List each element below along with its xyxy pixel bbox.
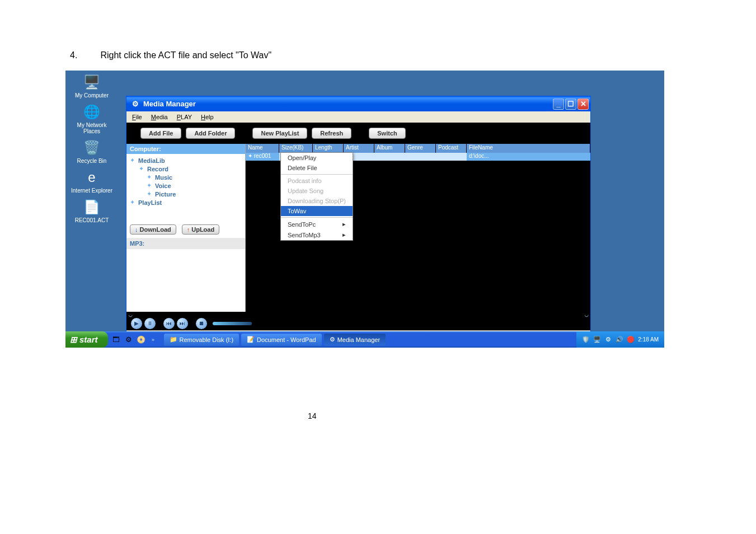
tray-icon4[interactable]: 🔊: [616, 336, 623, 344]
switch-button[interactable]: Switch: [369, 128, 405, 139]
ctx-podcast: Podcast info: [281, 176, 353, 186]
menubar: File Media PLAY Help: [126, 111, 590, 123]
new-playlist-button[interactable]: New PlayList: [252, 128, 307, 139]
right-panel: Name Size(KB) Length Artist Album Genre …: [246, 144, 590, 312]
page-number: 14: [308, 411, 317, 420]
context-menu: Open/Play Delete File Podcast info Updat…: [280, 152, 353, 241]
row-filename: d:\doc...: [467, 153, 590, 161]
ql-app1-icon[interactable]: ⚙: [124, 335, 134, 345]
my-computer-label: My Computer: [75, 92, 109, 99]
arrow-icon: ▸: [342, 231, 346, 238]
next-button[interactable]: ⏭: [177, 318, 188, 329]
player-decoration: ◟◞ ◟◞: [126, 312, 590, 316]
system-tray: 🛡️ 🖥️ ⚙ 🔊 🛑 2:18 AM: [576, 331, 664, 348]
computer-header: Computer:: [126, 144, 245, 154]
start-button[interactable]: ⊞ start: [65, 331, 108, 348]
ctx-delete[interactable]: Delete File: [281, 163, 353, 173]
menu-play[interactable]: PLAY: [173, 113, 195, 121]
my-network-label: My Network Places: [69, 122, 114, 134]
window-controls: _ ☐ ✕: [553, 99, 589, 110]
ql-more-icon[interactable]: »: [148, 335, 158, 345]
player-bar: ▶ ⏸ ⏮ ⏭ ⏹: [126, 316, 590, 330]
my-computer-icon[interactable]: 🖥️ My Computer: [69, 73, 114, 99]
rec001-label: REC001.ACT: [75, 217, 109, 223]
ctx-update: Update Song: [281, 186, 353, 196]
tray-icon3[interactable]: ⚙: [604, 336, 612, 344]
left-panel: Computer: ✦MediaLib ✦Record ✦Music ✦Voic…: [126, 144, 246, 312]
recycle-bin-icon[interactable]: 🗑️ Recycle Bin: [69, 139, 114, 164]
tree-medialib[interactable]: ✦MediaLib: [130, 156, 242, 165]
tray-icon1[interactable]: 🛡️: [582, 336, 590, 344]
col-podcast[interactable]: Podcast: [436, 144, 467, 153]
refresh-button[interactable]: Refresh: [312, 128, 351, 139]
my-network-places-icon[interactable]: 🌐 My Network Places: [69, 103, 114, 134]
taskbar-wordpad[interactable]: 📝 Document - WordPad: [241, 334, 322, 346]
tray-icon2[interactable]: 🖥️: [593, 336, 601, 344]
col-album[interactable]: Album: [374, 144, 405, 153]
tree-playlist[interactable]: ✦PlayList: [130, 198, 242, 207]
deco-right: ◟◞: [585, 312, 588, 316]
content-row: Computer: ✦MediaLib ✦Record ✦Music ✦Voic…: [126, 144, 590, 312]
ql-desktop-icon[interactable]: 🗔: [111, 335, 121, 345]
col-size[interactable]: Size(KB): [279, 144, 313, 153]
close-button[interactable]: ✕: [577, 99, 589, 110]
add-file-button[interactable]: Add File: [140, 128, 181, 139]
row-name: ✦ rec001: [246, 153, 279, 161]
window-title: Media Manager: [143, 100, 196, 108]
desktop-icons: 🖥️ My Computer 🌐 My Network Places 🗑️ Re…: [69, 73, 114, 228]
col-artist[interactable]: Artist: [344, 144, 374, 153]
computer-tree[interactable]: ✦MediaLib ✦Record ✦Music ✦Voice ✦Picture…: [126, 154, 245, 221]
recycle-bin-label: Recycle Bin: [77, 158, 107, 164]
taskbar-removable[interactable]: 📁 Removable Disk (I:): [164, 334, 240, 346]
ctx-sendtomp3[interactable]: SendToMp3▸: [281, 229, 353, 240]
upload-button[interactable]: ↑UpLoad: [182, 224, 219, 235]
tree-music[interactable]: ✦Music: [147, 173, 242, 181]
toolbar: Add File Add Folder New PlayList Refresh…: [126, 123, 590, 144]
tree-record[interactable]: ✦Record: [139, 165, 242, 173]
menu-help[interactable]: Help: [198, 113, 217, 121]
instruction-number: 4.: [70, 50, 98, 60]
ctx-sendtopc[interactable]: SendToPc▸: [281, 219, 353, 229]
stop-button[interactable]: ⏹: [196, 318, 207, 329]
maximize-button[interactable]: ☐: [565, 99, 576, 110]
menu-media[interactable]: Media: [148, 113, 171, 121]
app-icon: ⚙: [131, 100, 140, 109]
download-button[interactable]: ↓DownLoad: [130, 224, 176, 235]
tree-voice[interactable]: ✦Voice: [147, 181, 242, 190]
ie-label: Internet Explorer: [71, 188, 112, 194]
col-name[interactable]: Name: [246, 144, 279, 153]
menu-file[interactable]: File: [129, 113, 145, 121]
media-manager-window: ⚙ Media Manager _ ☐ ✕ File Media PLAY He…: [126, 96, 591, 338]
windows-logo-icon: ⊞: [70, 335, 77, 345]
mp3-tree[interactable]: [126, 249, 245, 312]
col-genre[interactable]: Genre: [405, 144, 436, 153]
col-filename[interactable]: FileName: [467, 144, 590, 153]
mp3-header: MP3:: [126, 238, 245, 249]
volume-slider[interactable]: [213, 322, 252, 325]
ie-icon[interactable]: e Internet Explorer: [69, 168, 114, 194]
ctx-towav[interactable]: ToWav: [281, 206, 353, 216]
quick-launch: 🗔 ⚙ 📀 »: [108, 335, 162, 345]
tray-icon5[interactable]: 🛑: [627, 336, 635, 344]
instruction-line: 4. Right click the ACT file and select "…: [70, 50, 271, 60]
ql-app2-icon[interactable]: 📀: [136, 335, 146, 345]
taskbar: ⊞ start 🗔 ⚙ 📀 » 📁 Removable Disk (I:) 📝 …: [65, 331, 664, 348]
minimize-button[interactable]: _: [553, 99, 564, 110]
instruction-text: Right click the ACT file and select "To …: [100, 50, 271, 60]
screenshot-area: 🖥️ My Computer 🌐 My Network Places 🗑️ Re…: [65, 71, 664, 348]
titlebar[interactable]: ⚙ Media Manager _ ☐ ✕: [126, 96, 590, 111]
play-button[interactable]: ▶: [131, 318, 142, 329]
ctx-dlstop: Downloading Stop(P): [281, 196, 353, 206]
pause-button[interactable]: ⏸: [144, 318, 156, 329]
deco-left: ◟◞: [129, 312, 132, 316]
arrow-icon: ▸: [342, 221, 346, 228]
taskbar-media-manager[interactable]: ⚙ Media Manager: [324, 334, 386, 346]
prev-button[interactable]: ⏮: [163, 318, 175, 329]
clock[interactable]: 2:18 AM: [638, 336, 659, 343]
rec001-icon[interactable]: 📄 REC001.ACT: [69, 198, 114, 223]
tree-picture[interactable]: ✦Picture: [147, 190, 242, 198]
column-headers: Name Size(KB) Length Artist Album Genre …: [246, 144, 590, 153]
ctx-openplay[interactable]: Open/Play: [281, 153, 353, 163]
col-length[interactable]: Length: [313, 144, 344, 153]
add-folder-button[interactable]: Add Folder: [186, 128, 235, 139]
